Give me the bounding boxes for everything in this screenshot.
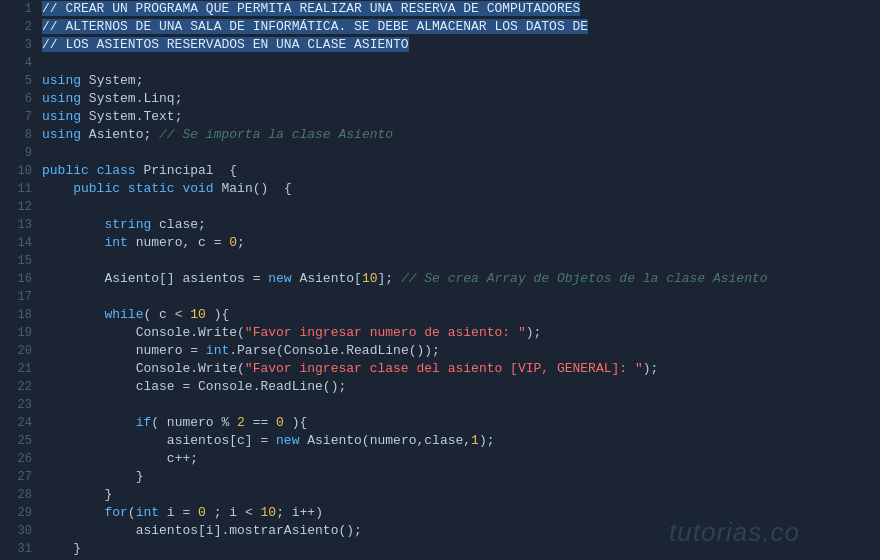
code-line-28: } (42, 486, 880, 504)
code-line-13: string clase; (42, 216, 880, 234)
code-line-3: // LOS ASIENTOS RESERVADOS EN UNA CLASE … (42, 36, 880, 54)
ln-28: 28 (0, 486, 38, 504)
ln-20: 20 (0, 342, 38, 360)
ln-4: 4 (0, 54, 38, 72)
code-line-2: // ALTERNOS DE UNA SALA DE INFORMÁTICA. … (42, 18, 880, 36)
ln-29: 29 (0, 504, 38, 522)
ln-8: 8 (0, 126, 38, 144)
code-line-6: using System.Linq; (42, 90, 880, 108)
ln-19: 19 (0, 324, 38, 342)
code-line-30: asientos[i].mostrarAsiento(); (42, 522, 880, 540)
ln-5: 5 (0, 72, 38, 90)
code-line-17 (42, 288, 880, 306)
code-line-25: asientos[c] = new Asiento(numero,clase,1… (42, 432, 880, 450)
ln-25: 25 (0, 432, 38, 450)
code-line-23 (42, 396, 880, 414)
code-line-19: Console.Write("Favor ingresar numero de … (42, 324, 880, 342)
code-line-4 (42, 54, 880, 72)
ln-23: 23 (0, 396, 38, 414)
ln-13: 13 (0, 216, 38, 234)
ln-30: 30 (0, 522, 38, 540)
ln-27: 27 (0, 468, 38, 486)
code-line-8: using Asiento; // Se importa la clase As… (42, 126, 880, 144)
code-line-14: int numero, c = 0; (42, 234, 880, 252)
code-line-15 (42, 252, 880, 270)
code-line-16: Asiento[] asientos = new Asiento[10]; //… (42, 270, 880, 288)
ln-7: 7 (0, 108, 38, 126)
ln-1: 1 (0, 0, 38, 18)
ln-3: 3 (0, 36, 38, 54)
code-line-27: } (42, 468, 880, 486)
ln-17: 17 (0, 288, 38, 306)
code-line-26: c++; (42, 450, 880, 468)
ln-18: 18 (0, 306, 38, 324)
ln-12: 12 (0, 198, 38, 216)
ln-26: 26 (0, 450, 38, 468)
code-line-9 (42, 144, 880, 162)
code-line-7: using System.Text; (42, 108, 880, 126)
ln-31: 31 (0, 540, 38, 558)
ln-9: 9 (0, 144, 38, 162)
code-editor: 1 2 3 4 5 6 7 8 9 10 11 12 13 14 15 16 1… (0, 0, 880, 560)
ln-21: 21 (0, 360, 38, 378)
ln-15: 15 (0, 252, 38, 270)
code-line-31: } (42, 540, 880, 558)
line-numbers: 1 2 3 4 5 6 7 8 9 10 11 12 13 14 15 16 1… (0, 0, 38, 560)
ln-6: 6 (0, 90, 38, 108)
code-line-29: for(int i = 0 ; i < 10; i++) (42, 504, 880, 522)
ln-24: 24 (0, 414, 38, 432)
ln-11: 11 (0, 180, 38, 198)
code-line-12 (42, 198, 880, 216)
ln-16: 16 (0, 270, 38, 288)
code-line-20: numero = int.Parse(Console.ReadLine()); (42, 342, 880, 360)
ln-10: 10 (0, 162, 38, 180)
code-line-1: // CREAR UN PROGRAMA QUE PERMITA REALIZA… (42, 0, 880, 18)
code-line-22: clase = Console.ReadLine(); (42, 378, 880, 396)
ln-2: 2 (0, 18, 38, 36)
code-line-11: public static void Main() { (42, 180, 880, 198)
code-line-10: public class Principal { (42, 162, 880, 180)
ln-14: 14 (0, 234, 38, 252)
ln-22: 22 (0, 378, 38, 396)
code-line-21: Console.Write("Favor ingresar clase del … (42, 360, 880, 378)
code-line-18: while( c < 10 ){ (42, 306, 880, 324)
code-lines[interactable]: // CREAR UN PROGRAMA QUE PERMITA REALIZA… (38, 0, 880, 560)
code-line-24: if( numero % 2 == 0 ){ (42, 414, 880, 432)
code-line-5: using System; (42, 72, 880, 90)
